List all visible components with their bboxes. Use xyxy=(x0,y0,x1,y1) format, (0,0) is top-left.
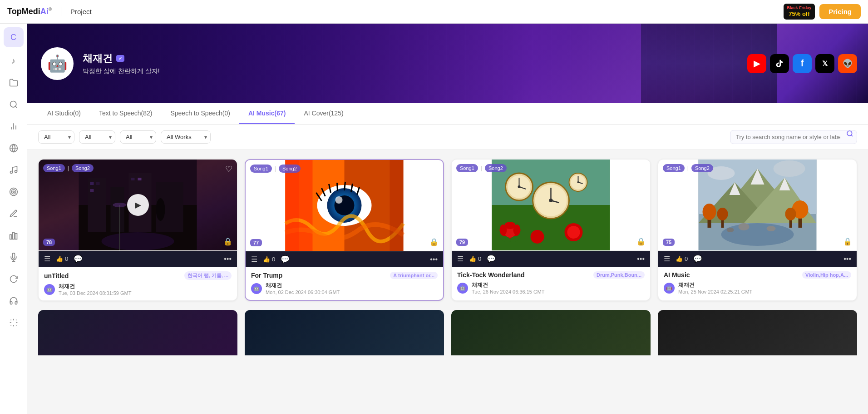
svg-rect-12 xyxy=(12,232,14,239)
card-1-play[interactable]: ▶ xyxy=(127,194,149,216)
card-2-list-icon[interactable]: ☰ xyxy=(251,255,257,264)
svg-point-7 xyxy=(15,170,17,173)
black-friday-discount: 75% off xyxy=(789,10,809,18)
search-button[interactable] xyxy=(846,130,853,139)
card-2-info: For Trump A triumphant or... 🤖 채재건 Mon, … xyxy=(246,267,443,299)
card-3-more[interactable]: ••• xyxy=(637,255,645,263)
card-3-like[interactable]: 👍 0 xyxy=(469,255,481,262)
profile-verified-badge: ✓ xyxy=(116,55,124,62)
card-4-comment-icon[interactable]: 💬 xyxy=(693,254,702,263)
card-1-user: 🤖 채재건 Tue, 03 Dec 2024 08:31:59 GMT xyxy=(44,283,232,296)
tab-ai-music[interactable]: AI Music(67) xyxy=(239,103,295,124)
profile-name: 채재건 ✓ xyxy=(83,52,160,65)
tiktok-icon[interactable] xyxy=(770,54,789,73)
card-2-username: 채재건 xyxy=(266,282,340,289)
youtube-icon[interactable]: ▶ xyxy=(747,54,766,73)
card-2-lock: 🔒 xyxy=(429,238,439,246)
tab-text-to-speech[interactable]: Text to Speech(82) xyxy=(90,103,162,124)
card-1-heart[interactable]: ♡ xyxy=(225,164,232,174)
card-for-trump: Song1 | Song2 77 🔒 ☰ 👍 0 💬 ••• For Trump… xyxy=(245,159,444,301)
twitter-x-icon[interactable]: 𝕏 xyxy=(815,54,834,73)
card-2-more[interactable]: ••• xyxy=(430,255,438,264)
card-4-list-icon[interactable]: ☰ xyxy=(664,254,670,263)
svg-point-38 xyxy=(113,203,127,207)
pricing-button[interactable]: Pricing xyxy=(819,4,861,19)
sidebar-item-folder[interactable] xyxy=(4,73,24,93)
card-4-separator: | xyxy=(687,165,689,171)
filter-wrap-4: All Works xyxy=(161,130,211,144)
topnav-right: Black Friday 75% off Pricing xyxy=(784,4,861,19)
sidebar-item-user[interactable]: C xyxy=(4,27,24,47)
card-1-comment-icon[interactable]: 💬 xyxy=(74,254,83,263)
search-input[interactable] xyxy=(730,130,857,144)
sidebar-item-globe[interactable] xyxy=(4,138,24,158)
svg-point-63 xyxy=(518,185,521,188)
card-3-genre: Drum,Punk,Boun... xyxy=(593,271,645,279)
card-1-title-text: unTitled xyxy=(44,272,69,279)
filter-select-3[interactable]: All xyxy=(120,130,156,144)
card-4-like-count: 0 xyxy=(685,255,688,262)
filter-wrap-2: All xyxy=(79,130,115,144)
card-1-list-icon[interactable]: ☰ xyxy=(44,254,50,263)
card-3-user: 🤖 채재건 Tue, 26 Nov 2024 06:36:15 GMT xyxy=(457,281,645,294)
svg-point-10 xyxy=(13,191,14,192)
card-1-more[interactable]: ••• xyxy=(224,255,232,263)
sidebar-item-bar-chart[interactable] xyxy=(4,225,24,245)
svg-rect-31 xyxy=(90,182,94,185)
svg-point-81 xyxy=(505,222,516,229)
card-2-actions: ☰ 👍 0 💬 ••• xyxy=(246,251,443,267)
card-2-title: For Trump A triumphant or... xyxy=(251,272,438,279)
sidebar-item-voice[interactable] xyxy=(4,291,24,311)
card-1-separator: | xyxy=(68,165,69,171)
card-4-more[interactable]: ••• xyxy=(843,255,851,263)
card-2-tags: Song1 | Song2 xyxy=(250,165,301,173)
sidebar-item-pen[interactable] xyxy=(4,204,24,224)
card-img-wrap-2: Song1 | Song2 77 🔒 xyxy=(246,160,443,251)
card-img-wrap-3: Song1 | Song2 79 🔒 xyxy=(452,160,650,250)
filter-select-allworks[interactable]: All Works xyxy=(161,130,211,144)
tab-speech-to-speech[interactable]: Speech to Speech(0) xyxy=(161,103,239,124)
tab-ai-studio[interactable]: AI Studio(0) xyxy=(38,103,90,124)
card-2-user: 🤖 채재건 Mon, 02 Dec 2024 06:30:04 GMT xyxy=(251,282,438,295)
svg-point-94 xyxy=(721,223,794,246)
svg-rect-13 xyxy=(15,234,17,239)
svg-point-87 xyxy=(774,160,805,177)
card-3-title: Tick-Tock Wonderland Drum,Punk,Boun... xyxy=(457,271,645,279)
reddit-icon[interactable]: 👽 xyxy=(838,54,857,73)
card-2-like[interactable]: 👍 0 xyxy=(263,256,275,263)
topnav: TopMediAi® Project Black Friday 75% off … xyxy=(0,0,868,24)
filter-select-2[interactable]: All xyxy=(79,130,115,144)
card-4-title: AI Music Violin,Hip hop,A... xyxy=(664,271,851,279)
svg-point-96 xyxy=(703,204,716,220)
card-4-like[interactable]: 👍 0 xyxy=(676,255,688,262)
svg-point-105 xyxy=(727,228,734,232)
svg-point-36 xyxy=(102,232,174,250)
sidebar-item-music[interactable]: ♪ xyxy=(4,51,24,71)
card-3-actions: ☰ 👍 0 💬 ••• xyxy=(452,250,650,267)
sidebar-item-target[interactable] xyxy=(4,182,24,202)
sidebar-item-mic[interactable] xyxy=(4,247,24,267)
black-friday-badge[interactable]: Black Friday 75% off xyxy=(784,4,815,19)
card-3-tag1: Song1 xyxy=(456,164,478,172)
card-3-list-icon[interactable]: ☰ xyxy=(457,254,464,263)
card-2-comment-icon[interactable]: 💬 xyxy=(281,255,290,264)
card-3-comment-icon[interactable]: 💬 xyxy=(487,254,496,263)
sidebar-item-search[interactable] xyxy=(4,95,24,115)
search-wrap xyxy=(730,130,857,144)
facebook-icon[interactable]: f xyxy=(793,54,812,73)
sidebar-item-chart[interactable] xyxy=(4,116,24,136)
sidebar-item-note[interactable] xyxy=(4,160,24,180)
svg-rect-27 xyxy=(88,178,106,232)
svg-line-18 xyxy=(10,320,11,320)
sidebar-item-bulb[interactable] xyxy=(4,313,24,333)
svg-line-22 xyxy=(10,325,11,325)
card-1-like[interactable]: 👍 0 xyxy=(56,255,68,262)
card-3-tag2: Song2 xyxy=(485,164,507,172)
svg-point-6 xyxy=(10,171,12,174)
tab-ai-cover[interactable]: AI Cover(125) xyxy=(295,103,352,124)
filter-select-1[interactable]: All xyxy=(38,130,74,144)
card-1-title: unTitled 한국어 랩, 기름, ... xyxy=(44,271,232,280)
card-1-tag2: Song2 xyxy=(72,164,94,172)
sidebar-item-refresh[interactable] xyxy=(4,269,24,289)
profile-name-text: 채재건 xyxy=(83,52,113,65)
